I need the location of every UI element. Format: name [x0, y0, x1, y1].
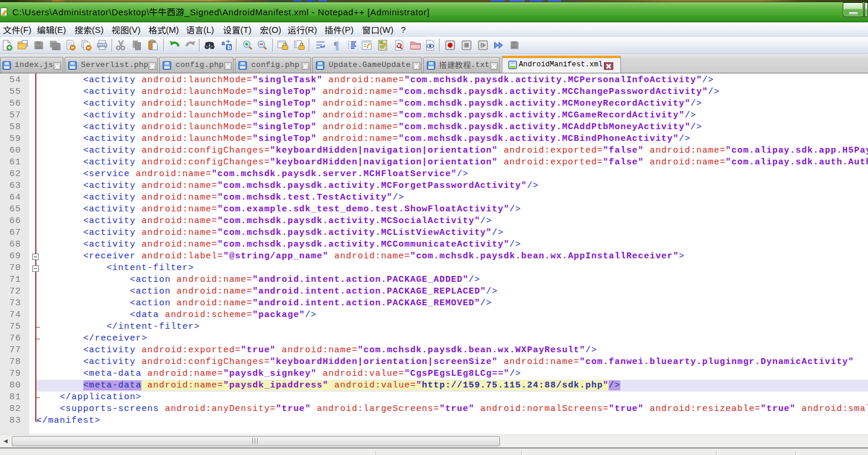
svg-text:a: a — [221, 40, 225, 46]
svg-text:¶: ¶ — [333, 40, 339, 52]
svg-text:b: b — [227, 44, 231, 50]
